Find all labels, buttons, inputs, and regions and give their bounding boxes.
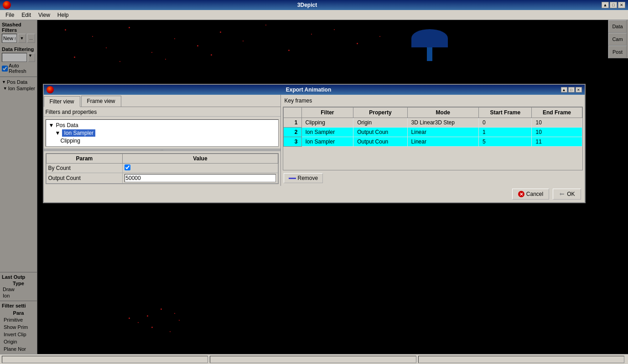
modal-tree-clipping[interactable]: Clipping <box>48 137 276 144</box>
kf-end-cell: 11 <box>532 137 582 147</box>
kf-end-cell: 10 <box>532 128 582 137</box>
remove-label: Remove <box>298 175 318 181</box>
tree-arrow-icon: ▼ <box>49 122 54 128</box>
remove-btn-area: Remove <box>281 170 585 186</box>
by-count-checkbox[interactable] <box>125 164 130 170</box>
menu-help[interactable]: Help <box>54 11 73 19</box>
modal-maximize-button[interactable]: □ <box>568 87 575 92</box>
cancel-button[interactable]: ✕ Cancel <box>512 189 549 200</box>
main-window: 3Depict ▲ □ ✕ File Edit View Help Stashe… <box>0 0 628 364</box>
modal-ion-sampler-label: Ion Sampler <box>62 129 95 137</box>
minimize-button[interactable]: ▲ <box>602 2 609 8</box>
keyframes-table: Filter Property Mode Start Frame End Fra… <box>283 107 582 147</box>
modal-clipping-label: Clipping <box>61 138 80 144</box>
modal-pos-data-label: Pos Data <box>56 122 78 128</box>
kf-start-cell: 1 <box>478 128 532 137</box>
keyframes-table-container: Filter Property Mode Start Frame End Fra… <box>283 107 583 170</box>
kf-row-num: 3 <box>283 137 301 147</box>
ok-button[interactable]: OK <box>553 189 581 200</box>
kf-start-cell: 0 <box>478 118 532 128</box>
menu-edit[interactable]: Edit <box>18 11 35 19</box>
kf-filter-cell: Ion Sampler <box>301 137 353 147</box>
table-row[interactable]: 1 Clipping Origin 3D Linear3D Step 0 10 <box>283 118 582 128</box>
cancel-icon: ✕ <box>518 191 524 197</box>
status-section-3 <box>418 356 624 363</box>
status-bar <box>0 354 628 364</box>
output-count-input[interactable] <box>125 174 275 182</box>
modal-tree-pos-data[interactable]: ▼ Pos Data <box>48 122 276 129</box>
table-row[interactable]: 2 Ion Sampler Output Coun Linear 1 10 <box>283 128 582 137</box>
modal-title: Export Animation <box>57 87 561 93</box>
resize-dots: ··· <box>161 148 164 152</box>
param-table: Param Value By Count <box>46 154 278 184</box>
ok-label: OK <box>567 191 575 197</box>
kf-start-header: Start Frame <box>478 108 532 118</box>
table-row: Output Count <box>46 173 278 184</box>
by-count-value-cell <box>123 164 278 173</box>
modal-logo-icon <box>47 86 54 93</box>
app-logo-icon <box>3 1 11 9</box>
close-button[interactable]: ✕ <box>618 2 625 8</box>
ok-icon <box>559 191 565 197</box>
kf-start-cell: 5 <box>478 137 532 147</box>
kf-filter-cell: Clipping <box>301 118 353 128</box>
modal-left-panel: Filter view Frame view Filters and prope… <box>44 95 281 186</box>
modal-up-button[interactable]: ▲ <box>561 87 567 92</box>
table-row: By Count <box>46 164 278 173</box>
remove-button[interactable]: Remove <box>284 173 323 183</box>
param-col-header: Param <box>46 154 123 164</box>
kf-filter-header: Filter <box>301 108 353 118</box>
filters-properties-label: Filters and properties <box>44 107 280 117</box>
tab-bar: Filter view Frame view <box>44 95 280 107</box>
kf-mode-cell: 3D Linear3D Step <box>407 118 478 128</box>
value-col-header: Value <box>123 154 278 164</box>
modal-bottom-buttons: ✕ Cancel OK <box>44 186 585 202</box>
kf-row-num: 1 <box>283 118 301 128</box>
menu-file[interactable]: File <box>2 11 18 19</box>
resize-handle[interactable]: ··· <box>44 149 280 151</box>
menu-bar: File Edit View Help <box>0 10 628 20</box>
status-section-1 <box>2 356 208 363</box>
modal-close-button[interactable]: ✕ <box>576 87 582 92</box>
maximize-button[interactable]: □ <box>610 2 617 8</box>
keyframes-label: Key frames <box>281 95 585 107</box>
by-count-param: By Count <box>46 164 123 173</box>
status-section-2 <box>210 356 416 363</box>
title-bar-controls: ▲ □ ✕ <box>602 2 625 8</box>
menu-view[interactable]: View <box>35 11 54 19</box>
kf-mode-cell: Linear <box>407 128 478 137</box>
table-row[interactable]: 3 Ion Sampler Output Coun Linear 5 11 <box>283 137 582 147</box>
output-count-param: Output Count <box>46 173 123 184</box>
tree-arrow-icon-2: ▼ <box>55 130 61 136</box>
window-title: 3Depict <box>13 2 602 8</box>
kf-property-cell: Origin <box>353 118 407 128</box>
modal-right-panel: Key frames Filter Property Mode Sta <box>281 95 585 186</box>
kf-mode-header: Mode <box>407 108 478 118</box>
tab-filter-view[interactable]: Filter view <box>44 96 80 107</box>
tab-frame-view[interactable]: Frame view <box>81 96 121 107</box>
output-count-value-cell <box>123 173 278 184</box>
param-table-container: Param Value By Count <box>46 153 279 184</box>
kf-filter-cell: Ion Sampler <box>301 128 353 137</box>
kf-mode-cell: Linear <box>407 137 478 147</box>
modal-tree-ion-sampler[interactable]: ▼ Ion Sampler <box>48 129 276 137</box>
modal-overlay: Export Animation ▲ □ ✕ Filter view Fr <box>0 20 628 354</box>
title-bar: 3Depict ▲ □ ✕ <box>0 0 628 10</box>
modal-title-controls: ▲ □ ✕ <box>561 87 582 92</box>
kf-property-cell: Output Coun <box>353 128 407 137</box>
kf-row-num: 2 <box>283 128 301 137</box>
cancel-label: Cancel <box>526 191 543 197</box>
kf-property-header: Property <box>353 108 407 118</box>
export-animation-modal: Export Animation ▲ □ ✕ Filter view Fr <box>43 84 586 203</box>
kf-num-header <box>283 108 301 118</box>
modal-body: Filter view Frame view Filters and prope… <box>44 95 585 186</box>
modal-title-bar: Export Animation ▲ □ ✕ <box>44 85 585 95</box>
filters-panel: ▼ Pos Data ▼ Ion Sampler Clipping <box>46 119 279 147</box>
kf-end-cell: 10 <box>532 118 582 128</box>
remove-icon <box>289 178 296 179</box>
kf-end-header: End Frame <box>532 108 582 118</box>
kf-property-cell: Output Coun <box>353 137 407 147</box>
